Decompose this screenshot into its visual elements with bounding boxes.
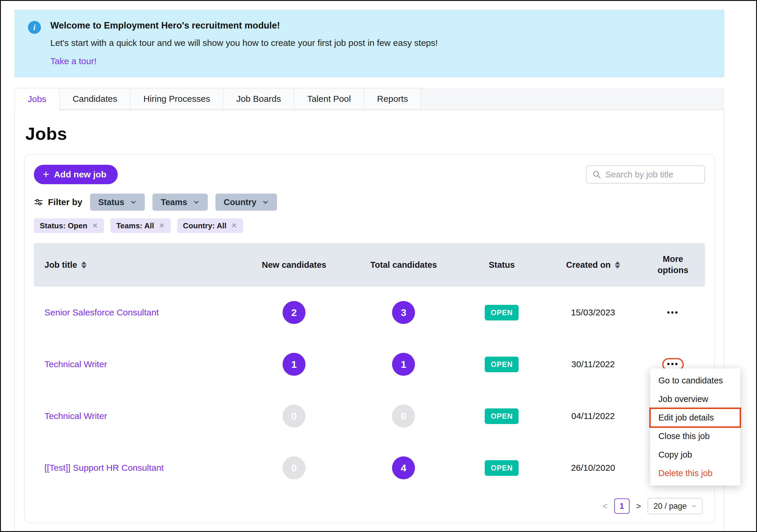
sort-icon[interactable]: [615, 261, 620, 269]
table-body: Senior Salesforce Consultant 2 3 OPEN 15…: [34, 286, 705, 494]
created-date: 15/03/2023: [545, 308, 641, 317]
job-title-link[interactable]: Technical Writer: [34, 359, 239, 369]
header-created-on: Created on: [545, 260, 641, 270]
table-row: Senior Salesforce Consultant 2 3 OPEN 15…: [34, 286, 705, 339]
count-circle: 0: [283, 457, 306, 479]
count-circle: 1: [283, 353, 306, 376]
search-box: [586, 165, 705, 184]
chevron-down-icon: [193, 199, 199, 205]
banner-subtitle: Let's start with a quick tour and we wil…: [50, 38, 438, 48]
menu-item-edit-job-details[interactable]: Edit job details: [650, 408, 740, 427]
tab-job-boards[interactable]: Job Boards: [224, 88, 294, 110]
job-title-link[interactable]: Technical Writer: [34, 411, 239, 421]
menu-item-close-this-job[interactable]: Close this job: [650, 427, 740, 446]
count-circle: 3: [392, 301, 415, 324]
tab-candidates[interactable]: Candidates: [59, 88, 130, 110]
pagination: < 1 > 20 / page: [34, 498, 705, 514]
header-new-candidates: New candidates: [239, 260, 349, 270]
filter-tag-status: Status: Open ✕: [34, 218, 104, 233]
status-badge: OPEN: [485, 357, 519, 372]
count-circle: 4: [392, 457, 415, 479]
add-new-job-label: Add new job: [54, 169, 106, 180]
created-date: 30/11/2022: [545, 359, 641, 369]
banner-text: Welcome to Employment Hero's recruitment…: [50, 20, 438, 66]
count-circle: 0: [392, 404, 415, 428]
more-options-icon[interactable]: •••: [667, 360, 679, 369]
add-new-job-button[interactable]: + Add new job: [34, 165, 118, 184]
recruitment-module-page: i Welcome to Employment Hero's recruitme…: [0, 0, 757, 532]
info-icon: i: [28, 21, 41, 34]
filter-tag-teams: Teams: All ✕: [110, 218, 171, 233]
tab-talent-pool[interactable]: Talent Pool: [294, 88, 364, 110]
banner-title: Welcome to Employment Hero's recruitment…: [50, 20, 438, 31]
jobs-panel: Jobs + Add new job: [15, 110, 724, 532]
table-row: Technical Writer 1 1 OPEN 30/11/2022 •••: [34, 339, 705, 390]
current-page-button[interactable]: 1: [614, 498, 629, 514]
close-icon[interactable]: ✕: [159, 222, 165, 230]
header-more-options: More options: [641, 254, 705, 276]
table-header: Job title New candidates Total candidate…: [34, 243, 705, 286]
welcome-banner: i Welcome to Employment Hero's recruitme…: [15, 10, 724, 77]
tab-bar: Jobs Candidates Hiring Processes Job Boa…: [15, 88, 724, 110]
count-circle: 2: [283, 301, 306, 324]
header-total-candidates: Total candidates: [349, 260, 458, 270]
close-icon[interactable]: ✕: [92, 222, 98, 230]
tab-bar-spacer: [421, 88, 724, 110]
page-size-select[interactable]: 20 / page: [648, 498, 703, 514]
created-date: 04/11/2022: [545, 411, 641, 421]
status-filter-dropdown[interactable]: Status: [90, 193, 145, 211]
chevron-down-icon: [262, 199, 269, 205]
header-status: Status: [458, 260, 545, 270]
table-row: Technical Writer 0 0 OPEN 04/11/2022 •••: [34, 390, 705, 442]
menu-item-job-overview[interactable]: Job overview: [650, 390, 740, 408]
job-title-link[interactable]: Senior Salesforce Consultant: [34, 308, 239, 317]
country-filter-dropdown[interactable]: Country: [215, 193, 277, 211]
count-circle: 0: [283, 404, 306, 428]
filter-by-label: Filter by: [34, 197, 82, 207]
header-job-title: Job title: [34, 260, 239, 270]
table-row: [[Test]] Support HR Consultant 0 4 OPEN …: [34, 442, 705, 494]
plus-icon: +: [43, 169, 49, 180]
search-icon: [592, 170, 601, 180]
next-page-icon[interactable]: >: [636, 501, 641, 511]
more-options-menu: Go to candidates Job overview Edit job d…: [650, 369, 740, 486]
jobs-card: + Add new job: [24, 155, 714, 523]
menu-item-delete-this-job[interactable]: Delete this job: [650, 464, 740, 483]
tab-hiring-processes[interactable]: Hiring Processes: [130, 88, 224, 110]
close-icon[interactable]: ✕: [231, 222, 237, 230]
teams-filter-dropdown[interactable]: Teams: [152, 193, 208, 211]
sliders-icon: [34, 197, 43, 207]
menu-item-copy-job[interactable]: Copy job: [650, 446, 740, 464]
menu-item-go-to-candidates[interactable]: Go to candidates: [650, 371, 740, 390]
status-badge: OPEN: [485, 305, 519, 320]
tab-reports[interactable]: Reports: [364, 88, 421, 110]
status-badge: OPEN: [485, 408, 519, 424]
active-filter-tags: Status: Open ✕ Teams: All ✕ Country: All…: [34, 218, 705, 233]
count-circle: 1: [392, 353, 415, 376]
filter-tag-country: Country: All ✕: [177, 218, 243, 233]
previous-page-icon[interactable]: <: [602, 501, 608, 511]
more-options-icon[interactable]: •••: [667, 308, 679, 317]
status-badge: OPEN: [485, 460, 519, 476]
sort-icon[interactable]: [81, 261, 86, 269]
search-input[interactable]: [586, 165, 705, 184]
filter-row: Filter by Status Teams Country: [34, 193, 705, 211]
tab-jobs[interactable]: Jobs: [15, 88, 59, 110]
take-a-tour-link[interactable]: Take a tour!: [50, 56, 438, 66]
chevron-down-icon: [691, 503, 697, 509]
chevron-down-icon: [130, 199, 136, 205]
toolbar: + Add new job: [34, 165, 705, 184]
job-title-link[interactable]: [[Test]] Support HR Consultant: [34, 463, 239, 473]
created-date: 26/10/2020: [545, 463, 641, 473]
page-title: Jobs: [25, 124, 724, 144]
